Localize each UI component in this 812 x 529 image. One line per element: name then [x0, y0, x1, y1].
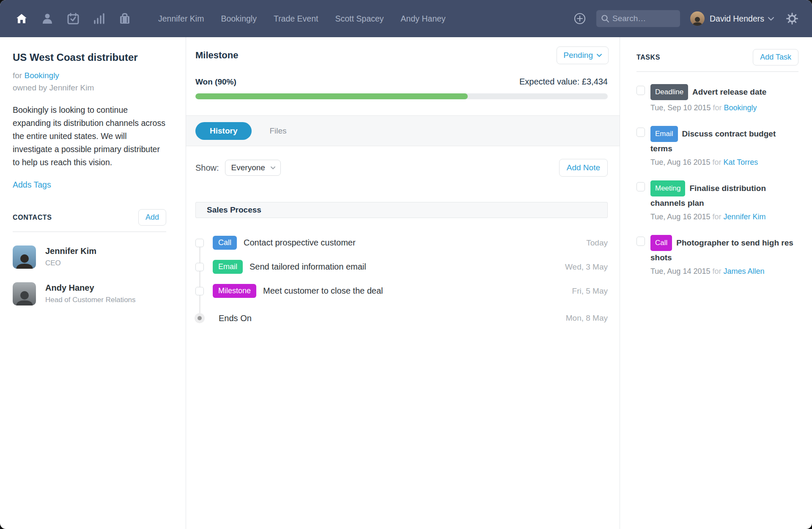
step-title[interactable]: Meet customer to close the deal: [263, 286, 383, 296]
contacts-heading: CONTACTS: [13, 214, 52, 221]
contacts-icon[interactable]: [40, 11, 55, 26]
process-step-row: Email Send tailored information email We…: [195, 255, 608, 279]
task-title-line[interactable]: MeetingFinalise distribution channels pl…: [650, 181, 798, 210]
step-type-badge: Milestone: [213, 284, 256, 298]
ends-on-row: Ends On Mon, 8 May: [195, 305, 608, 331]
task-content: MeetingFinalise distribution channels pl…: [650, 181, 798, 223]
task-row: CallPhotographer to send high res shots …: [636, 235, 798, 277]
search-icon: [601, 14, 609, 25]
task-for-label: for: [713, 104, 721, 112]
step-title[interactable]: Send tailored information email: [250, 262, 366, 272]
contact-row[interactable]: Andy Haney Head of Customer Relations: [13, 282, 166, 305]
contact-avatar: [13, 282, 36, 305]
step-checkbox[interactable]: [195, 263, 204, 271]
milestone-header: Milestone Pending Won (90%) Expected val…: [186, 37, 620, 99]
contact-row[interactable]: Jennifer Kim CEO: [13, 245, 166, 269]
task-row: EmailDiscuss contract budget terms Tue, …: [636, 126, 798, 168]
nav-item-andy-haney[interactable]: Andy Haney: [401, 14, 445, 24]
tab-files[interactable]: Files: [269, 126, 286, 136]
user-menu-caret-icon[interactable]: [768, 15, 774, 22]
task-checkbox[interactable]: [636, 237, 645, 246]
task-date: Tue, Aug 14 2015: [650, 267, 710, 275]
app-window: Jennifer Kim Bookingly Trade Event Scott…: [0, 0, 812, 529]
task-content: DeadlineAdvert release date Tue, Sep 10 …: [650, 85, 798, 114]
show-filter-select[interactable]: Everyone: [225, 160, 281, 176]
nav-item-jennifer-kim[interactable]: Jennifer Kim: [158, 14, 204, 24]
calendar-icon[interactable]: [66, 11, 80, 26]
contacts-header: CONTACTS Add: [13, 209, 166, 226]
contact-name[interactable]: Andy Haney: [45, 283, 136, 293]
search-box: [596, 10, 680, 27]
nav-item-scott-spacey[interactable]: Scott Spacey: [335, 14, 384, 24]
home-icon[interactable]: [14, 11, 29, 26]
step-title[interactable]: Contact prospective customer: [244, 238, 356, 248]
primary-nav-icons: [14, 11, 132, 26]
contact-name[interactable]: Jennifer Kim: [45, 246, 96, 256]
task-row: MeetingFinalise distribution channels pl…: [636, 181, 798, 223]
contact-role: CEO: [45, 259, 96, 267]
task-for-label: for: [712, 213, 721, 221]
task-for-link[interactable]: Jennifer Kim: [724, 213, 766, 221]
add-contact-button[interactable]: Add: [138, 209, 166, 226]
organisation-link[interactable]: Bookingly: [24, 71, 59, 80]
task-title-line[interactable]: CallPhotographer to send high res shots: [650, 235, 798, 264]
status-label: Pending: [563, 51, 593, 60]
nav-item-bookingly[interactable]: Bookingly: [221, 14, 257, 24]
sales-process-title: Sales Process: [207, 205, 261, 215]
contacts-divider: [13, 232, 166, 232]
step-checkbox[interactable]: [195, 239, 204, 247]
task-row: DeadlineAdvert release date Tue, Sep 10 …: [636, 85, 798, 114]
cases-icon[interactable]: [118, 11, 132, 26]
task-date: Tue, Aug 16 2015: [650, 213, 710, 221]
task-title-line[interactable]: DeadlineAdvert release date: [650, 85, 798, 101]
task-for-link[interactable]: Bookingly: [724, 104, 757, 112]
won-percentage-label: Won (90%): [195, 77, 236, 87]
ends-on-date: Mon, 8 May: [566, 314, 608, 323]
opportunity-description: Bookingly is looking to continue expandi…: [13, 104, 166, 169]
tasks-divider: [636, 71, 798, 72]
add-note-button[interactable]: Add Note: [559, 159, 608, 177]
show-filter-row: Show: Everyone Add Note: [195, 160, 608, 176]
statistics-icon[interactable]: [92, 11, 106, 26]
user-menu-name[interactable]: David Henders: [710, 14, 764, 24]
task-checkbox[interactable]: [636, 86, 645, 95]
task-checkbox[interactable]: [636, 182, 645, 191]
sales-process-steps: Call Contact prospective customer Today …: [195, 231, 608, 331]
tasks-sidebar: TASKS Add Task DeadlineAdvert release da…: [620, 37, 812, 529]
task-for-link[interactable]: Kat Torres: [724, 158, 758, 166]
step-due-date: Wed, 3 May: [565, 262, 608, 272]
sales-process-header: Sales Process: [195, 202, 608, 218]
task-checkbox[interactable]: [636, 128, 645, 137]
show-label: Show:: [195, 163, 219, 173]
expected-value: Expected value: £3,434: [519, 77, 608, 87]
step-due-date: Fri, 5 May: [572, 286, 608, 296]
task-meta: Tue, Aug 16 2015 for Jennifer Kim: [650, 211, 798, 223]
ends-on-label: Ends On: [219, 314, 252, 323]
opportunity-title: US West Coast distributer: [13, 52, 166, 63]
task-date: Tue, Aug 16 2015: [650, 158, 710, 166]
contact-info: Andy Haney Head of Customer Relations: [45, 282, 136, 304]
step-type-badge: Call: [213, 236, 237, 250]
add-new-icon[interactable]: [573, 11, 587, 26]
user-avatar[interactable]: [690, 11, 705, 26]
task-date: Tue, Sep 10 2015: [650, 104, 710, 112]
status-dropdown-button[interactable]: Pending: [557, 46, 609, 64]
task-meta: Tue, Aug 16 2015 for Kat Torres: [650, 157, 798, 168]
task-type-badge: Meeting: [650, 180, 685, 196]
show-filter-value: Everyone: [231, 163, 265, 172]
task-for-label: for: [712, 267, 721, 275]
settings-gear-icon[interactable]: [785, 11, 799, 26]
process-step-row: Milestone Meet customer to close the dea…: [195, 279, 608, 303]
tab-history[interactable]: History: [195, 122, 252, 140]
opportunity-for: for Bookingly: [13, 71, 166, 80]
tasks-header: TASKS Add Task: [636, 49, 798, 65]
task-title-line[interactable]: EmailDiscuss contract budget terms: [650, 126, 798, 155]
add-task-button[interactable]: Add Task: [753, 49, 798, 65]
add-tags-link[interactable]: Adds Tags: [13, 180, 51, 190]
contact-role: Head of Customer Relations: [45, 296, 136, 304]
for-label: for: [13, 71, 22, 80]
task-type-badge: Call: [650, 235, 672, 251]
step-checkbox[interactable]: [195, 287, 204, 295]
nav-item-trade-event[interactable]: Trade Event: [274, 14, 318, 24]
task-for-link[interactable]: James Allen: [724, 267, 765, 275]
